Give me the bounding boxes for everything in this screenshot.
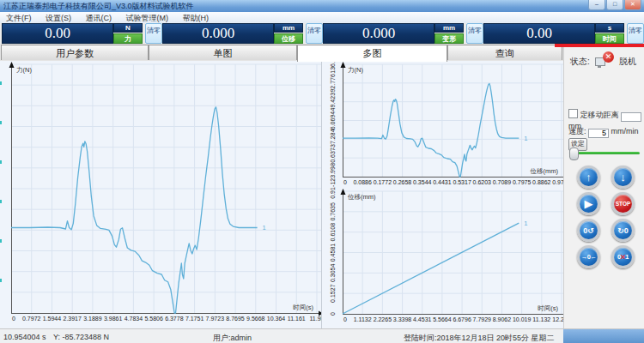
stop-button[interactable]: STOP — [611, 192, 635, 215]
title-bar: 江苏正瑞泰邦电子科技有限公司_V3.0版材料试验机软件 – □ ✕ — [0, 0, 644, 13]
svg-text:1: 1 — [263, 224, 266, 232]
move-down-button[interactable]: ↓ — [611, 165, 635, 189]
displacement-clear-button[interactable]: 清零 — [306, 23, 323, 44]
svg-text:0.5317: 0.5317 — [453, 179, 471, 185]
svg-text:0.6203: 0.6203 — [473, 179, 492, 185]
return-zero-button[interactable]: 0↺ — [577, 219, 600, 242]
svg-text:0.7972: 0.7972 — [22, 316, 41, 322]
svg-text:2.3917: 2.3917 — [63, 316, 82, 322]
svg-text:11.132: 11.132 — [532, 316, 550, 322]
tab-single-chart[interactable]: 单图 — [149, 45, 297, 60]
svg-text:位移(mm): 位移(mm) — [531, 167, 559, 175]
svg-text:0: 0 — [12, 316, 15, 322]
maximize-button[interactable]: □ — [606, 0, 623, 10]
svg-text:0.9748: 0.9748 — [552, 179, 563, 185]
svg-text:6.6796: 6.6796 — [453, 316, 471, 322]
menu-settings[interactable]: 设置(S) — [39, 12, 77, 24]
time-value: 0.00 — [483, 23, 595, 44]
svg-text:-80.637: -80.637 — [330, 147, 336, 168]
disconnect-button[interactable]: 0✕1 — [611, 245, 635, 268]
svg-text:0.4581: 0.4581 — [330, 244, 336, 262]
deformation-clear-button[interactable]: 清零 — [466, 23, 483, 44]
force-displacement-chart: 00.08860.17720.26580.35440.44310.53170.6… — [322, 61, 563, 187]
status-bar: 10.954004 s Y: -85.723488 N 用户:admin 登陆时… — [0, 328, 644, 343]
svg-text:0.1772: 0.1772 — [374, 179, 392, 185]
force-zero-button[interactable]: →0← — [577, 245, 600, 268]
displacement-label: 位移 — [274, 33, 303, 44]
statusbar-right-segment — [563, 329, 644, 343]
svg-text:3.1889: 3.1889 — [83, 316, 102, 322]
menu-bar: 文件(F) 设置(S) 通讯(C) 试验管理(M) 帮助(H) — [0, 12, 644, 24]
fixed-distance-checkbox[interactable] — [568, 109, 578, 118]
svg-text:7.7929: 7.7929 — [473, 316, 492, 322]
svg-text:1: 1 — [524, 135, 527, 142]
menu-test-manage[interactable]: 试验管理(M) — [120, 12, 175, 24]
fixed-distance-label: 定移动距离 — [580, 111, 619, 119]
svg-text:136.13: 136.13 — [330, 61, 336, 74]
disconnect-x-icon: ✕ — [620, 253, 627, 262]
menu-file[interactable]: 文件(F) — [0, 12, 38, 24]
displacement-time-chart: 01.11322.22653.33984.45315.56646.67967.7… — [322, 187, 563, 328]
force-time-chart: 00.79721.59442.39173.18893.98614.78345.5… — [0, 61, 322, 328]
svg-text:0.7635: 0.7635 — [330, 202, 336, 221]
svg-text:8.9062: 8.9062 — [493, 316, 512, 322]
svg-text:10.019: 10.019 — [513, 316, 532, 322]
svg-text:11.161: 11.161 — [288, 316, 306, 322]
force-clear-button[interactable]: 清零 — [145, 23, 162, 44]
svg-text:5.5806: 5.5806 — [144, 316, 163, 322]
tab-multi-chart[interactable]: 多图 — [297, 45, 447, 62]
menu-comm[interactable]: 通讯(C) — [80, 12, 118, 24]
speed-slider — [569, 147, 640, 159]
svg-text:9.5668: 9.5668 — [246, 316, 265, 322]
offline-icon: ✕ — [595, 51, 614, 67]
svg-text:0.7089: 0.7089 — [493, 179, 512, 185]
svg-text:4.7834: 4.7834 — [125, 316, 143, 322]
app-window: 江苏正瑞泰邦电子科技有限公司_V3.0版材料试验机软件 – □ ✕ 文件(F) … — [0, 0, 644, 343]
red-x-icon: ✕ — [603, 51, 614, 63]
deformation-label: 变形 — [434, 33, 464, 44]
tab-query[interactable]: 查询 — [447, 45, 562, 60]
chartBR-svg: 01.11322.22653.33984.45315.56646.67967.7… — [322, 187, 563, 328]
svg-text:-123.99: -123.99 — [330, 166, 336, 187]
slider-handle[interactable] — [569, 147, 579, 160]
deformation-unit-stack: mm 变形 — [434, 23, 464, 44]
svg-text:0: 0 — [343, 179, 347, 185]
deformation-value: 0.000 — [323, 23, 434, 44]
svg-text:12.245: 12.245 — [552, 316, 563, 322]
speed-input[interactable] — [588, 129, 609, 138]
svg-text:力(N): 力(N) — [348, 66, 363, 74]
speed-label: 速度: — [568, 127, 586, 135]
svg-text:0: 0 — [330, 312, 336, 316]
svg-text:力(N): 力(N) — [16, 66, 32, 74]
time-clear-button[interactable]: 清零 — [627, 23, 644, 44]
displacement-unit: mm — [274, 23, 303, 33]
menu-help[interactable]: 帮助(H) — [177, 12, 216, 24]
svg-text:4.4531: 4.4531 — [413, 316, 432, 322]
statusbar-user: 用户:admin — [213, 333, 252, 343]
close-button[interactable]: ✕ — [624, 0, 641, 10]
start-button[interactable]: ▶ — [577, 192, 600, 215]
status-value: 脱机 — [619, 56, 636, 68]
statusbar-login-time: 登陆时间:2018年12月18日 20时55分 星期二 — [404, 333, 555, 343]
svg-text:11.95: 11.95 — [310, 316, 322, 322]
svg-text:1: 1 — [524, 220, 527, 227]
svg-text:6.0694: 6.0694 — [330, 111, 336, 130]
svg-text:时间(s): 时间(s) — [293, 304, 313, 311]
fixed-distance-input[interactable] — [621, 112, 641, 122]
displacement-display-group: 0.000 mm 位移 清零 — [162, 23, 323, 44]
svg-text:5.5664: 5.5664 — [433, 316, 452, 322]
svg-text:2.2265: 2.2265 — [374, 316, 392, 322]
force-unit-stack: N 力 — [113, 23, 143, 44]
return-back-button[interactable]: ↻0 — [611, 219, 635, 242]
svg-text:10.364: 10.364 — [267, 316, 286, 322]
svg-text:1.5944: 1.5944 — [43, 316, 62, 322]
svg-text:0.916: 0.916 — [330, 187, 336, 199]
svg-text:8.7695: 8.7695 — [226, 316, 245, 322]
move-up-button[interactable]: ↑ — [577, 165, 600, 189]
statusbar-y-value: Y: -85.723488 N — [53, 333, 109, 341]
force-unit: N — [113, 23, 143, 33]
display-row: 0.00 N 力 清零 0.000 mm 位移 清零 0.000 mm 变形 清… — [0, 23, 644, 44]
minimize-button[interactable]: – — [588, 0, 605, 10]
svg-text:-37.284: -37.284 — [330, 129, 336, 149]
tab-user-params[interactable]: 用户参数 — [1, 45, 149, 60]
